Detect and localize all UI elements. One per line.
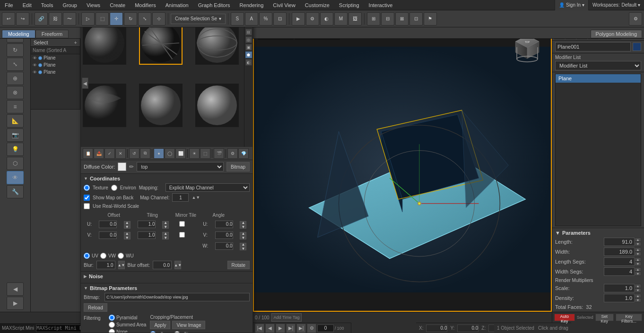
modifier-plane-item[interactable]: Plane — [556, 74, 641, 83]
tiling-u-input[interactable] — [138, 221, 156, 228]
sidebar-scale-icon[interactable]: ⤡ — [7, 58, 24, 71]
view-image-btn[interactable]: View Image — [172, 321, 205, 329]
mat-slot-5[interactable] — [139, 84, 183, 127]
tab-freeform[interactable]: Freeform — [35, 30, 69, 38]
list-item[interactable]: 👁 Plane — [31, 68, 80, 76]
bind-space-warp[interactable]: 〜 — [63, 12, 76, 26]
apply-btn[interactable]: Apply — [150, 321, 170, 329]
mat-cylinder-btn[interactable]: ◯ — [165, 148, 175, 159]
density-up-btn[interactable]: ▲ — [635, 294, 641, 298]
mat-box-btn[interactable]: ⬜ — [175, 148, 186, 159]
mat-side-icon6[interactable]: ◐ — [245, 59, 252, 66]
mat-editor-btn[interactable]: M — [334, 12, 348, 26]
density-spinner[interactable]: ▲ ▼ — [635, 294, 641, 302]
tab-polygon-modeling[interactable]: Polygon Modeling — [591, 30, 642, 38]
menu-animation[interactable]: Animation — [161, 1, 193, 9]
sidebar-collapse-icon[interactable]: ▶ — [7, 297, 24, 310]
list-item[interactable]: 👁 Plane — [31, 61, 80, 68]
sidebar-place-icon[interactable]: ⊕ — [7, 72, 24, 85]
width-segs-spinner[interactable]: ▲ ▼ — [635, 267, 641, 276]
mat-picker-btn[interactable]: 💎 — [238, 148, 249, 159]
blur-spinner[interactable]: ▲▼ — [118, 261, 125, 269]
offset-u-spinner[interactable]: ▲▼ — [124, 221, 131, 229]
menu-tools[interactable]: Tools — [36, 1, 58, 9]
noise-header[interactable]: ▶ Noise — [84, 273, 250, 279]
mat-bg-btn[interactable]: ⬚ — [200, 148, 210, 159]
redo-btn[interactable]: ↪ — [16, 12, 29, 26]
mat-assign-btn[interactable]: ✓ — [104, 148, 115, 159]
obj-color-indicator[interactable] — [633, 43, 641, 51]
mat-side-icon5[interactable]: ⬟ — [245, 51, 252, 58]
sidebar-expand-icon[interactable]: ◀ — [7, 282, 24, 296]
environ-radio[interactable] — [111, 185, 117, 191]
frame-input[interactable] — [317, 324, 334, 332]
angle-u-input[interactable] — [215, 221, 233, 228]
link-btn[interactable]: 🔗 — [35, 12, 48, 26]
mat-slot-2[interactable] — [139, 21, 183, 65]
scene-panel-add-btn[interactable]: + — [74, 40, 77, 45]
sidebar-display-icon[interactable]: 👁 — [7, 171, 24, 184]
scale-btn[interactable]: ⤡ — [138, 12, 151, 26]
diffuse-pencil-icon[interactable]: ✏ — [129, 163, 134, 170]
offset-u-input[interactable] — [99, 221, 117, 228]
auto-key-btn[interactable]: Auto Key — [554, 314, 575, 321]
x-coord-input[interactable] — [426, 324, 447, 332]
mat-slot-3[interactable] — [195, 21, 239, 65]
mat-side-icon3[interactable]: ◎ — [245, 36, 252, 43]
goto-end-btn[interactable]: ▶| — [296, 324, 306, 333]
tiling-v-spinner[interactable]: ▲▼ — [162, 232, 169, 239]
sphere-grid-left-btn[interactable]: ◀ — [82, 77, 88, 89]
mat-side-icon4[interactable]: ▣ — [245, 44, 252, 51]
mat-options-btn[interactable]: ⚙ — [227, 148, 238, 159]
play-options-btn[interactable]: ⚙ — [307, 324, 316, 333]
mapping-dropdown[interactable]: Explicit Map Channel — [165, 183, 250, 192]
length-up-btn[interactable]: ▲ — [635, 238, 641, 242]
sidebar-camera-icon[interactable]: 📷 — [7, 128, 24, 142]
toggle2-btn[interactable]: ⊟ — [381, 12, 394, 26]
scale-spinner[interactable]: ▲ ▼ — [635, 284, 641, 292]
uv-radio[interactable] — [84, 253, 90, 259]
angle-w-input[interactable] — [215, 242, 233, 250]
sidebar-align-icon[interactable]: ≡ — [7, 100, 24, 113]
texture-radio[interactable] — [84, 185, 90, 191]
menu-views[interactable]: Views — [82, 1, 105, 9]
menu-create[interactable]: Create — [105, 1, 130, 9]
undo-btn[interactable]: ↩ — [2, 12, 15, 26]
bitmap-header[interactable]: ▼ Bitmap Parameters — [84, 285, 250, 291]
diffuse-color-swatch[interactable] — [118, 162, 126, 171]
angle-v-input[interactable] — [215, 231, 233, 239]
render-setup-btn[interactable]: ⚙ — [306, 12, 319, 26]
scale-up-btn[interactable]: ▲ — [635, 284, 641, 288]
bitmap-path-input[interactable] — [104, 293, 250, 301]
length-spinner[interactable]: ▲ ▼ — [635, 238, 641, 246]
map-channel-input[interactable] — [172, 193, 189, 202]
viewport[interactable]: Perspective — [253, 27, 552, 312]
width-input[interactable] — [604, 248, 635, 256]
mat-slot-4[interactable] — [83, 84, 126, 127]
menu-civil-view[interactable]: Civil View — [268, 1, 300, 9]
mat-backlight-btn[interactable]: ☀ — [189, 148, 200, 159]
length-input[interactable] — [604, 238, 635, 246]
sidebar-helper-icon[interactable]: ⬡ — [7, 157, 24, 170]
real-world-checkbox[interactable] — [84, 203, 90, 209]
sidebar-snap-icon[interactable]: ⊗ — [7, 86, 24, 99]
mirror-v-checkbox[interactable] — [179, 232, 185, 238]
active-shade-btn[interactable]: ◐ — [320, 12, 333, 26]
offset-v-input[interactable] — [99, 231, 117, 239]
density-input[interactable] — [604, 294, 635, 302]
obj-name-input[interactable] — [555, 42, 631, 51]
workspace-default[interactable]: Default ▾ — [622, 2, 640, 8]
menu-rendering[interactable]: Rendering — [235, 1, 269, 9]
menu-group[interactable]: Group — [58, 1, 82, 9]
bitmap-btn[interactable]: Bitmap — [226, 162, 250, 171]
settings-btn[interactable]: ⚙ — [629, 12, 642, 26]
select-btn[interactable]: ▷ — [81, 12, 95, 26]
length-segs-up-btn[interactable]: ▲ — [635, 257, 641, 262]
pyramidal-radio[interactable] — [109, 315, 115, 321]
menu-modifiers[interactable]: Modifiers — [130, 1, 161, 9]
blur-offset-spinner[interactable]: ▲▼ — [174, 261, 181, 269]
add-time-tag-btn[interactable]: Add Time Tag — [271, 313, 302, 322]
coordinates-header[interactable]: ▼ Coordinates — [84, 176, 250, 181]
mat-copy-btn[interactable]: ⧉ — [140, 148, 150, 159]
mat-get-material-btn[interactable]: 📋 — [83, 148, 93, 159]
